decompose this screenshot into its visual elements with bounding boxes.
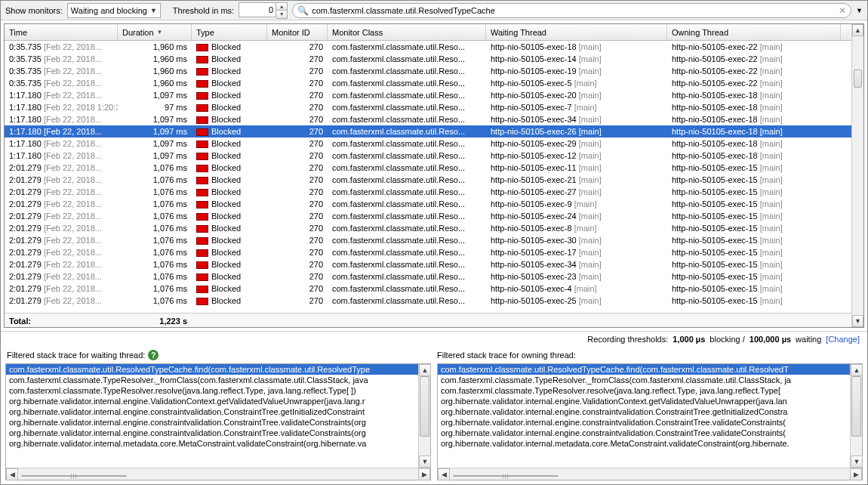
blocked-icon [196, 273, 208, 281]
vertical-scrollbar[interactable]: ▲ ▼ [851, 24, 863, 327]
threshold-spinner[interactable]: ▲ ▼ [239, 2, 288, 19]
table-header: TimeDuration ▼TypeMonitor IDMonitor Clas… [5, 24, 851, 41]
scroll-down-icon[interactable]: ▼ [852, 315, 863, 327]
show-monitors-combo[interactable]: Waiting and blocking ▼ [67, 3, 161, 18]
scroll-thumb[interactable] [854, 70, 862, 88]
blocked-icon [196, 141, 208, 148]
monitor-table: TimeDuration ▼TypeMonitor IDMonitor Clas… [4, 23, 864, 328]
blocked-icon [196, 237, 208, 245]
table-row[interactable]: 2:01.279 [Feb 22, 2018...1,076 msBlocked… [5, 258, 851, 270]
scroll-thumb[interactable] [851, 376, 861, 437]
table-row[interactable]: 2:01.279 [Feb 22, 2018...1,076 msBlocked… [5, 162, 851, 174]
table-row[interactable]: 2:01.279 [Feb 22, 2018...1,076 msBlocked… [5, 222, 851, 234]
owning-stack-label: Filtered stack trace for owning thread: [437, 351, 576, 360]
blocked-icon [196, 153, 208, 160]
stack-frame[interactable]: org.hibernate.validator.internal.engine.… [438, 406, 850, 417]
table-row[interactable]: 1:17.180 [Feb 22, 2018...1,097 msBlocked… [5, 137, 851, 150]
scroll-up-icon[interactable]: ▲ [419, 364, 431, 376]
search-input[interactable] [312, 6, 836, 15]
threshold-input[interactable] [239, 2, 276, 17]
stack-frame[interactable]: org.hibernate.validator.internal.engine.… [438, 417, 850, 428]
search-menu-icon[interactable]: ▼ [856, 7, 863, 14]
blocked-icon [196, 80, 208, 88]
stack-hscroll[interactable]: ◀ ▶ [6, 468, 430, 480]
blocked-icon [196, 286, 208, 293]
stack-frame[interactable]: com.fasterxml.classmate.TypeResolver._fr… [6, 375, 418, 385]
table-row[interactable]: 1:17.180 [Feb 22, 2018...1,097 msBlocked… [5, 150, 851, 162]
table-row[interactable]: 2:01.279 [Feb 22, 2018...1,076 msBlocked… [5, 270, 851, 283]
table-row[interactable]: 2:01.279 [Feb 22, 2018...1,076 msBlocked… [5, 234, 851, 246]
table-row[interactable]: 2:01.279 [Feb 22, 2018...1,076 msBlocked… [5, 198, 851, 210]
stack-frame[interactable]: com.fasterxml.classmate.util.ResolvedTyp… [6, 364, 418, 375]
blocked-icon [196, 44, 208, 51]
scroll-right-icon[interactable]: ▶ [850, 468, 862, 480]
blocked-icon [196, 261, 208, 269]
table-row[interactable]: 0:35.735 [Feb 22, 2018...1,960 msBlocked… [5, 53, 851, 65]
col-waiting-thread[interactable]: Waiting Thread [486, 24, 667, 40]
stack-frame[interactable]: org.hibernate.validator.internal.metadat… [6, 438, 418, 449]
table-row[interactable]: 1:17.180 [Feb 22, 2018...1,097 msBlocked… [5, 113, 851, 125]
table-row[interactable]: 2:01.279 [Feb 22, 2018...1,076 msBlocked… [5, 246, 851, 258]
stack-hscroll[interactable]: ◀ ▶ [438, 468, 862, 480]
scroll-left-icon[interactable]: ◀ [438, 468, 450, 480]
toolbar: Show monitors: Waiting and blocking ▼ Th… [1, 1, 867, 20]
stack-frame[interactable]: org.hibernate.validator.internal.engine.… [438, 396, 850, 406]
scroll-down-icon[interactable]: ▼ [851, 456, 863, 468]
blocked-icon [196, 177, 208, 184]
stack-frame[interactable]: org.hibernate.validator.internal.engine.… [6, 428, 418, 438]
scroll-down-icon[interactable]: ▼ [419, 456, 431, 468]
stack-frame[interactable]: com.fasterxml.classmate.TypeResolver._fr… [438, 375, 850, 385]
col-monitor-id[interactable]: Monitor ID [267, 24, 328, 40]
col-time[interactable]: Time [5, 24, 118, 40]
stack-vscroll[interactable]: ▲ ▼ [418, 364, 430, 468]
help-icon[interactable]: ? [148, 350, 159, 360]
stack-frame[interactable]: org.hibernate.validator.internal.engine.… [6, 406, 418, 417]
scroll-left-icon[interactable]: ◀ [6, 468, 18, 480]
stack-frame[interactable]: org.hibernate.validator.internal.engine.… [6, 396, 418, 406]
sort-desc-icon: ▼ [157, 29, 163, 36]
spinner-up-icon[interactable]: ▲ [276, 3, 287, 11]
col-monitor-class[interactable]: Monitor Class [328, 24, 486, 40]
col-duration[interactable]: Duration ▼ [118, 24, 192, 40]
scroll-thumb[interactable] [453, 475, 559, 477]
table-row[interactable]: 0:35.735 [Feb 22, 2018...1,960 msBlocked… [5, 41, 851, 53]
scroll-up-icon[interactable]: ▲ [851, 364, 863, 376]
scroll-up-icon[interactable]: ▲ [852, 24, 863, 36]
col-type[interactable]: Type [192, 24, 267, 40]
stack-frame[interactable]: com.fasterxml.classmate.util.ResolvedTyp… [438, 364, 850, 375]
table-row[interactable]: 2:01.279 [Feb 22, 2018...1,076 msBlocked… [5, 295, 851, 307]
blocked-icon [196, 104, 208, 112]
thresh-blocking-lbl: blocking / [709, 335, 744, 344]
table-row[interactable]: 0:35.735 [Feb 22, 2018...1,960 msBlocked… [5, 77, 851, 89]
search-box[interactable]: 🔍 ✕ [292, 3, 851, 18]
stack-frame[interactable]: com.fasterxml.classmate.TypeResolver.res… [438, 385, 850, 396]
table-row[interactable]: 2:01.279 [Feb 22, 2018...1,076 msBlocked… [5, 210, 851, 222]
stack-frame[interactable]: org.hibernate.validator.internal.engine.… [6, 417, 418, 428]
table-row[interactable]: 1:17.180 [Feb 22, 2018...1,097 msBlocked… [5, 89, 851, 101]
table-row[interactable]: 1:17.180 [Feb 22, 2018...1,097 msBlocked… [5, 125, 851, 137]
threshold-label: Threshold in ms: [173, 6, 234, 15]
scroll-thumb[interactable] [21, 475, 127, 477]
blocked-icon [196, 213, 208, 221]
clear-icon[interactable]: ✕ [839, 5, 846, 16]
blocked-icon [196, 165, 208, 172]
change-link[interactable]: [Change] [826, 335, 860, 344]
stack-frame[interactable]: org.hibernate.validator.internal.metadat… [438, 438, 850, 449]
scroll-thumb[interactable] [420, 376, 429, 437]
stack-frame[interactable]: com.fasterxml.classmate.TypeResolver.res… [6, 385, 418, 396]
blocked-icon [196, 201, 208, 209]
blocked-icon [196, 298, 208, 305]
thresh-waiting-lbl: waiting [796, 335, 821, 344]
search-icon: 🔍 [297, 5, 309, 16]
scroll-right-icon[interactable]: ▶ [418, 468, 430, 480]
table-row[interactable]: 2:01.279 [Feb 22, 2018...1,076 msBlocked… [5, 174, 851, 186]
spinner-down-icon[interactable]: ▼ [276, 11, 287, 18]
table-row[interactable]: 2:01.279 [Feb 22, 2018...1,076 msBlocked… [5, 283, 851, 295]
stack-vscroll[interactable]: ▲ ▼ [850, 364, 862, 468]
table-row[interactable]: 0:35.735 [Feb 22, 2018...1,960 msBlocked… [5, 65, 851, 77]
table-row[interactable]: 1:17.180 [Feb 22, 2018 1:20:39 PM]97 msB… [5, 101, 851, 113]
stack-frame[interactable]: org.hibernate.validator.internal.engine.… [438, 428, 850, 438]
thresh-blocking-val: 1,000 µs [673, 335, 705, 344]
col-owning-thread[interactable]: Owning Thread [667, 24, 841, 40]
table-row[interactable]: 2:01.279 [Feb 22, 2018...1,076 msBlocked… [5, 186, 851, 198]
